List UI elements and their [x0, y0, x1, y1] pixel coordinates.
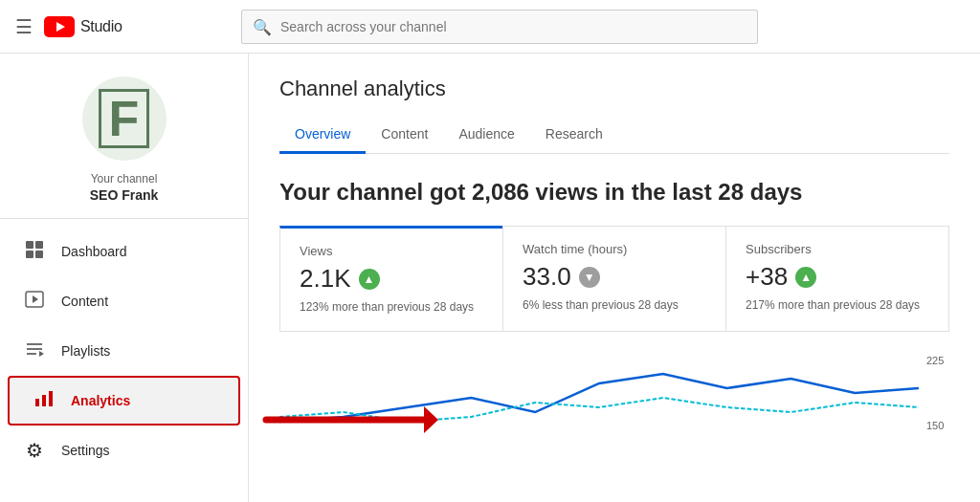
views-label: Views — [300, 244, 483, 258]
main-content: Channel analytics Overview Content Audie… — [249, 54, 980, 502]
settings-icon: ⚙ — [23, 439, 46, 462]
svg-rect-14 — [49, 391, 53, 406]
svg-rect-12 — [35, 399, 39, 406]
svg-rect-3 — [35, 241, 43, 249]
views-badge: ▲ — [359, 269, 380, 290]
metrics-row: Views 2.1K ▲ 123% more than previous 28 … — [279, 226, 949, 332]
sidebar-item-settings[interactable]: ⚙ Settings — [0, 426, 248, 475]
subscribers-value-row: +38 ▲ — [746, 262, 929, 292]
subscribers-value: +38 — [746, 262, 788, 292]
playlists-icon — [23, 339, 46, 363]
channel-label: Your channel — [91, 172, 158, 186]
tab-overview[interactable]: Overview — [279, 117, 366, 154]
search-bar: 🔍 — [241, 10, 758, 44]
subscribers-badge: ▲ — [795, 267, 816, 288]
metric-card-subscribers: Subscribers +38 ▲ 217% more than previou… — [725, 226, 949, 332]
tab-audience[interactable]: Audience — [443, 117, 529, 154]
sidebar-item-dashboard[interactable]: Dashboard — [0, 227, 248, 276]
svg-marker-11 — [39, 351, 44, 357]
page-title: Channel analytics — [279, 76, 949, 101]
watchtime-label: Watch time (hours) — [523, 242, 706, 256]
youtube-logo — [44, 16, 75, 37]
chart-area — [279, 355, 919, 431]
body: F Your channel SEO Frank Dashboard Conte… — [0, 54, 980, 502]
playlists-label: Playlists — [61, 343, 110, 359]
avatar: F — [82, 76, 167, 161]
content-icon — [23, 290, 46, 314]
channel-profile: F Your channel SEO Frank — [0, 54, 248, 219]
channel-name: SEO Frank — [90, 187, 159, 203]
search-icon: 🔍 — [253, 17, 272, 35]
top-header: ☰ Studio 🔍 — [0, 0, 980, 54]
sidebar: F Your channel SEO Frank Dashboard Conte… — [0, 54, 249, 502]
hamburger-icon[interactable]: ☰ — [15, 15, 33, 38]
dashboard-label: Dashboard — [61, 244, 127, 259]
views-value: 2.1K — [300, 264, 351, 294]
watchtime-value-row: 33.0 ▼ — [523, 262, 706, 292]
sidebar-item-content[interactable]: Content — [0, 276, 248, 326]
chart-label-150: 150 — [926, 420, 949, 431]
svg-rect-13 — [42, 395, 46, 406]
chart-label-225: 225 — [926, 355, 949, 366]
watchtime-value: 33.0 — [523, 262, 571, 292]
views-change: 123% more than previous 28 days — [300, 299, 483, 316]
search-input[interactable] — [241, 10, 758, 44]
content-label: Content — [61, 294, 108, 309]
tab-content[interactable]: Content — [366, 117, 443, 154]
dashboard-icon — [23, 240, 46, 264]
sidebar-item-playlists[interactable]: Playlists — [0, 326, 248, 376]
tab-research[interactable]: Research — [530, 117, 618, 154]
subscribers-label: Subscribers — [746, 242, 929, 256]
chart-container: 225 150 — [279, 355, 949, 431]
header-left: ☰ Studio — [15, 15, 226, 38]
studio-label: Studio — [80, 18, 122, 35]
analytics-icon — [33, 389, 56, 413]
tabs: Overview Content Audience Research — [279, 117, 949, 154]
chart-y-labels: 225 150 — [919, 355, 949, 431]
metric-card-watchtime: Watch time (hours) 33.0 ▼ 6% less than p… — [502, 226, 725, 332]
analytics-label: Analytics — [71, 393, 130, 408]
subscribers-change: 217% more than previous 28 days — [746, 297, 929, 314]
sidebar-item-analytics[interactable]: Analytics — [8, 376, 240, 426]
views-value-row: 2.1K ▲ — [300, 264, 483, 294]
avatar-letter: F — [99, 89, 150, 148]
watchtime-badge: ▼ — [579, 267, 600, 288]
settings-label: Settings — [61, 443, 110, 458]
nav-items: Dashboard Content Playlists — [0, 219, 248, 502]
summary-headline: Your channel got 2,086 views in the last… — [279, 177, 949, 207]
svg-rect-5 — [35, 251, 43, 258]
metric-card-views: Views 2.1K ▲ 123% more than previous 28 … — [279, 226, 502, 332]
svg-marker-7 — [33, 295, 38, 303]
logo-area: Studio — [44, 16, 122, 37]
svg-rect-4 — [26, 251, 33, 258]
watchtime-change: 6% less than previous 28 days — [523, 297, 706, 314]
svg-rect-2 — [26, 241, 33, 249]
